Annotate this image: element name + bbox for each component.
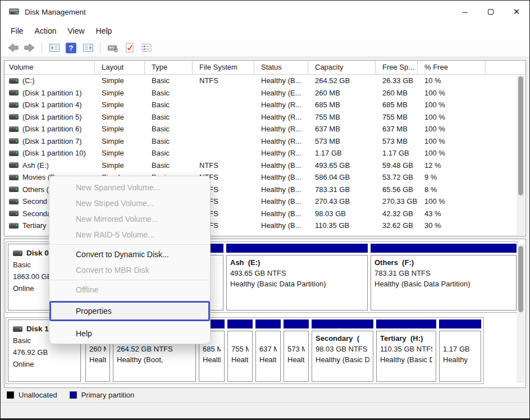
unallocated-label: Unallocated [19, 391, 57, 399]
menu-separator [50, 244, 209, 245]
partition-box[interactable]: 755 MB Healthy [227, 319, 253, 382]
cell-free-space: 53.72 GB [376, 173, 418, 181]
partition-box[interactable]: Secondary ( 98.03 GB NTFS Healthy (Basic… [312, 319, 373, 382]
table-row[interactable]: (Disk 1 partition 1) Simple Basic Health… [4, 87, 526, 99]
menu-file[interactable]: File [5, 25, 29, 37]
cell-layout: Simple [95, 101, 145, 109]
table-row[interactable]: (Disk 1 partition 10) Simple Basic Healt… [4, 147, 526, 159]
cell-capacity: 586.04 GB [308, 173, 376, 181]
cell-status: Healthy (R... [254, 101, 308, 109]
legend-bar: Unallocated Primary partition [1, 388, 529, 403]
cell-pct-free: 100 % [418, 125, 486, 133]
volume-name: Second [22, 197, 47, 206]
menu-item-new-raid5-volume: New RAID-5 Volume... [49, 227, 210, 243]
partition-box[interactable]: 637 MB Healthy [255, 319, 281, 382]
task-list-button[interactable] [139, 41, 154, 55]
menu-help[interactable]: Help [90, 25, 118, 37]
close-button[interactable]: ✕ [504, 1, 529, 23]
context-menu: New Spanned Volume... New Striped Volume… [49, 176, 211, 344]
cell-capacity: 1.17 GB [308, 149, 376, 157]
volume-name: Others ( [22, 185, 49, 194]
cell-capacity: 493.65 GB [308, 161, 376, 170]
menu-item-help[interactable]: Help [49, 326, 210, 341]
table-row[interactable]: (Disk 1 partition 4) Simple Basic Health… [4, 99, 526, 111]
partition-size: 685 MB [203, 344, 221, 354]
column-header-free-space[interactable]: Free Sp... [376, 61, 418, 74]
cell-free-space: 26.33 GB [376, 76, 418, 85]
table-row[interactable]: Ash (E:) Simple Basic NTFS Healthy (B...… [4, 159, 526, 172]
cell-capacity: 755 MB [308, 113, 376, 121]
rescan-disks-button[interactable] [105, 41, 120, 55]
cell-pct-free: 100 % [418, 89, 486, 97]
column-header-layout[interactable]: Layout [95, 61, 145, 74]
table-row[interactable]: (Disk 1 partition 6) Simple Basic Health… [4, 123, 526, 135]
menu-item-convert-to-dynamic-disk[interactable]: Convert to Dynamic Disk... [49, 246, 210, 262]
cell-free-space: 573 MB [376, 137, 418, 145]
partition-name [259, 333, 277, 344]
cell-status: Healthy (R... [254, 149, 308, 157]
back-button[interactable] [5, 41, 20, 55]
table-row[interactable]: (Disk 1 partition 5) Simple Basic Health… [4, 111, 526, 124]
column-header-status[interactable]: Status [254, 61, 308, 74]
column-header-type[interactable]: Type [145, 61, 193, 74]
volume-icon [9, 223, 19, 229]
scrollbar-thumb[interactable] [518, 76, 523, 195]
maximize-button[interactable] [478, 1, 504, 23]
cell-capacity: 685 MB [308, 101, 376, 109]
volume-icon [9, 102, 19, 108]
volume-icon [9, 186, 19, 192]
column-header-capacity[interactable]: Capacity [308, 61, 376, 74]
volume-icon [9, 78, 19, 84]
menu-action[interactable]: Action [29, 25, 62, 37]
cell-pct-free: 30 % [418, 221, 486, 230]
partition-status: Healthy [89, 354, 106, 365]
volume-name: (Disk 1 partition 1) [22, 89, 81, 97]
disk-size: 476.92 GB [13, 346, 76, 358]
volume-icon [9, 199, 19, 204]
partition-name [287, 333, 305, 344]
cell-layout: Simple [95, 89, 145, 97]
partition-box[interactable]: 1.17 GB Healthy [439, 319, 481, 382]
volume-icon [9, 162, 19, 168]
column-header-volume[interactable]: Volume [4, 61, 95, 74]
menu-view[interactable]: View [62, 25, 90, 37]
partition-status: Healthy [203, 354, 221, 365]
cell-type: Basic [145, 125, 193, 133]
cell-type: Basic [145, 113, 193, 121]
disk-icon [13, 250, 22, 256]
column-header-file-system[interactable]: File System [193, 61, 254, 74]
table-row[interactable]: (Disk 1 partition 7) Simple Basic Health… [4, 135, 526, 148]
partition-size: 260 MB [89, 344, 106, 354]
toolbar: ? [1, 39, 529, 57]
cell-pct-free: 12 % [418, 161, 486, 170]
cell-type: Basic [145, 89, 193, 97]
menu-item-new-spanned-volume: New Spanned Volume... [49, 180, 210, 195]
show-console-tree-button[interactable] [47, 41, 62, 55]
partition-box[interactable]: Others (F:) 783.31 GB NTFS Healthy (Basi… [371, 244, 517, 311]
check-disk-button[interactable] [122, 41, 137, 55]
partition-box[interactable]: Ash (E:) 493.65 GB NTFS Healthy (Basic D… [226, 244, 368, 311]
partition-box[interactable]: 573 MB Healthy [284, 319, 309, 382]
volume-list-scrollbar[interactable] [517, 75, 525, 235]
show-action-pane-button[interactable] [80, 41, 95, 55]
column-header-pct-free[interactable]: % Free [418, 61, 486, 74]
cell-pct-free: 100 % [418, 197, 486, 206]
cell-status: Healthy (R... [254, 137, 308, 145]
menu-separator [50, 280, 209, 280]
forward-button[interactable] [22, 41, 37, 55]
primary-partition-band [255, 319, 281, 328]
menu-bar: File Action View Help [1, 23, 529, 39]
primary-partition-band [312, 319, 373, 328]
minimize-button[interactable]: ─ [452, 1, 478, 23]
menu-item-properties[interactable]: Properties [49, 301, 210, 321]
partition-status: Healthy (Basic Data Partition) [374, 279, 513, 289]
partition-box[interactable]: Tertiary (H:) 110.35 GB NTFS Healthy (Ba… [376, 319, 436, 382]
graphical-pane-scrollbar[interactable] [517, 244, 525, 383]
help-button[interactable]: ? [63, 41, 79, 55]
volume-icon [9, 90, 19, 95]
table-row[interactable]: (C:) Simple Basic NTFS Healthy (B... 264… [4, 75, 526, 87]
menu-item-new-striped-volume: New Striped Volume... [49, 195, 210, 211]
primary-partition-band [227, 319, 253, 328]
partition-status: Healthy (Basic Data Partition) [380, 354, 432, 365]
scrollbar-thumb[interactable] [518, 246, 523, 312]
